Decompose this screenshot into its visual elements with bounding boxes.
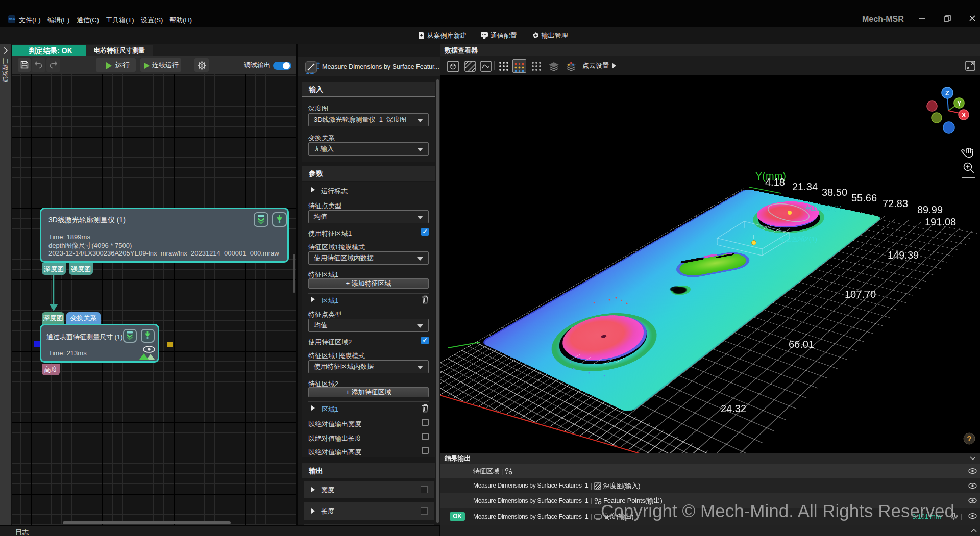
svg-text:特征区域1(1): 特征区域1(1) (803, 204, 842, 212)
svg-text:Y: Y (957, 99, 962, 107)
svg-text:X: X (962, 111, 966, 119)
svg-text:?: ? (967, 434, 971, 443)
svg-text:Z: Z (945, 89, 949, 97)
svg-text:特征区域2(1): 特征区域2(1) (777, 235, 817, 243)
